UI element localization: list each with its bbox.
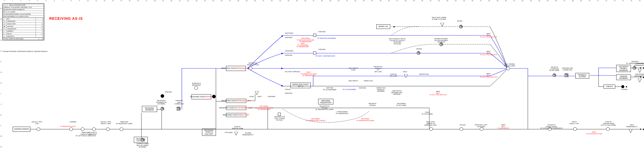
store-icon <box>638 79 641 82</box>
label: PULLED <box>460 124 465 126</box>
label: BY QC ENGINEER <box>343 89 356 90</box>
label: USUALLY SITS 1 HR. <box>32 121 42 124</box>
label: SUPPLIES <box>285 92 292 94</box>
label: CHECKED AND CORRECTED <box>174 100 184 105</box>
handle-icon <box>606 127 610 131</box>
label: FILED BY VENDOR NAME BY D. E. FILE CLERK <box>601 121 616 126</box>
label: KEYED IN COMPUTER BY AP CLERK <box>550 66 559 71</box>
originate-icon <box>161 94 164 98</box>
legend-panel: ○ ◎ □ ▽ DEmonst PROCESS CHART SAMPLE / F… <box>3 4 44 40</box>
label: FILED BY FILE CLERK <box>422 111 433 115</box>
handle-icon <box>249 67 252 70</box>
label: WAITS ABOUT 1 HR. <box>569 121 579 124</box>
addalter-icon <box>633 66 636 70</box>
inspect-icon <box>278 113 281 116</box>
terminal-dot <box>626 86 627 87</box>
label: CHECKED <box>318 49 326 50</box>
label: JANITORIAL <box>285 32 294 34</box>
label: MAIL OPENED BY FILE CLERK <box>504 63 515 67</box>
label: CODES ADDED BY SUPERVISOR <box>336 111 348 114</box>
label: TO RECEIVING DOCK <box>60 126 76 127</box>
label: CAFETERIA <box>285 50 293 52</box>
delay-icon <box>429 127 433 131</box>
label: SENTSENT TO ACCT FILE SECTION <box>480 73 497 78</box>
flow-canvas <box>0 0 644 152</box>
label: FILED <box>250 96 254 98</box>
inspect-icon <box>313 51 316 54</box>
label: PLACED IN ENTRY QUEUE BY DATA ENTRY SUPE… <box>540 124 562 129</box>
terminal-dot <box>643 77 644 78</box>
store-icon <box>404 74 408 78</box>
label: STORED PERMANENTLY <box>242 132 254 136</box>
handle-icon <box>69 127 73 131</box>
label: SENTSENT TO DATA ENTRY <box>498 124 509 129</box>
handle-icon <box>120 127 123 131</box>
label: ENTERS PAYMENT OR NON-PAYMENT DECISION <box>434 38 448 43</box>
terminal-dot <box>643 129 644 130</box>
label: DESTROYED <box>419 73 429 75</box>
store-icon <box>638 69 641 73</box>
inspect-icon <box>313 34 316 37</box>
label: FILED BY MR. LOFE <box>390 73 397 77</box>
label: HELD UNTIL ARRIVAL OF APPROVAL COPY <box>424 121 437 126</box>
terminal-dot <box>393 26 395 27</box>
label: HELD <box>403 71 407 73</box>
do-icon <box>480 127 483 131</box>
label: APPROVAL COPY ATTACHED <box>475 124 487 127</box>
label: BY ASST. CAFETERIA MGR. <box>316 55 335 57</box>
label: DECISION & INITIALS BY MR. LOFE <box>374 66 383 72</box>
label: CHECKED <box>318 31 326 33</box>
originate-icon <box>621 85 624 88</box>
addalter-icon <box>553 73 556 77</box>
label: DELIVERED BY AP CLERK <box>397 103 406 106</box>
addalter-icon <box>417 51 420 55</box>
store-icon <box>629 129 632 133</box>
label: DELIVERED TO SUPERVISOR'S OFFICE <box>306 118 325 121</box>
label: SENTSENT TO ACCT FILE SECTION <box>429 91 447 96</box>
addalter-icon <box>459 25 463 28</box>
legend-table: ○ ◎ □ ▽ DEmonst PROCESS CHART SAMPLE / F… <box>3 4 44 18</box>
label: MAINTAINED PERMANENTLY <box>634 73 644 77</box>
label: INSPECTION RESULTS ENTERED <box>376 87 386 92</box>
label: ENTER <box>457 20 462 22</box>
addalter-icon <box>439 43 443 46</box>
label: SENT TO INSPECTION AREA BY MESSENGER <box>301 71 317 77</box>
label: SENT TO DATA ENTRY FILES <box>586 131 602 135</box>
label: POSTED <box>621 89 628 90</box>
delay-icon <box>106 127 110 131</box>
label: REQUISITION PULLED BY REQUISITION CLERK <box>316 105 333 110</box>
label: MAINTAINED PERMANENTLY <box>634 63 644 66</box>
delay-icon <box>37 127 40 131</box>
label: INSPECTION <box>364 80 373 82</box>
label: FACTORY SUPPLIES <box>285 71 300 73</box>
label: SIGNED <box>416 48 422 50</box>
label: OFFICE <box>285 89 290 90</box>
label: FILED BY VENDOR NAME <box>232 126 243 129</box>
label: BY BUILDING ENGINEER <box>318 37 336 39</box>
label: PRINTED <box>165 91 172 93</box>
label: USUALLY SITS ABOUT 2 HRS <box>101 121 111 124</box>
do-icon <box>194 86 198 90</box>
label: HELD ABOUT 4 HRS. <box>349 67 358 71</box>
label: HELD PERMANENTLY <box>626 124 638 127</box>
label: CHECKED FOR ACCT. CODES BY PAUL <box>274 116 285 121</box>
delay-icon <box>440 23 444 27</box>
label: SUPPLIES <box>285 37 292 39</box>
addalter-icon <box>161 107 164 110</box>
handle-icon <box>506 67 510 70</box>
label: DISPOSITION ENTERED AND INITIALED <box>391 90 402 95</box>
inspect-icon <box>565 73 568 77</box>
label: OBTAINED <box>268 96 275 98</box>
label: SORTED BY PRODUCT TYPE <box>247 62 259 66</box>
terminal-dot <box>643 67 644 69</box>
do-icon <box>81 127 84 131</box>
store-icon <box>234 132 238 136</box>
label: HELD ABOUT <box>349 80 358 82</box>
label: DELIVERED TO BUILDING SUPPLIES BY MESSEN… <box>297 37 314 43</box>
label: DELIVERED TO ACCOUNTS PAYABLE BY MESSENG… <box>255 105 273 110</box>
label: COMPANY NAME BILL OF LADING ENTERED <box>136 143 149 148</box>
legend-steps: ○DO3●ORIGINATE4◎ADD/ALTER11◐HANDLE21➡TRA… <box>3 18 44 37</box>
label: SENTSENT TO ACCT FILE SECTION <box>480 51 497 56</box>
handle-icon <box>92 127 96 131</box>
label: SUPPLIES <box>285 54 292 56</box>
